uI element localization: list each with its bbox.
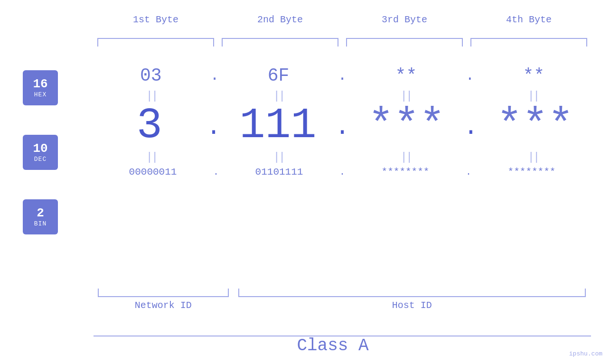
hex-badge-number: 16 [33,77,47,91]
column-headers: 1st Byte 2nd Byte 3rd Byte 4th Byte [94,14,591,25]
bin-val-1: 00000011 [94,167,212,177]
watermark: ipshu.com [569,350,602,357]
top-brackets [94,38,591,47]
bin-badge: 2 BIN [23,199,58,234]
dot-bin-2: . [338,167,346,177]
dot-bin-1: . [212,167,220,177]
host-id-bracket-line [238,289,586,297]
bracket-col3 [346,38,463,47]
equals-1a: || [94,90,209,103]
col-header-2: 2nd Byte [218,14,342,25]
bin-badge-number: 2 [37,206,44,220]
dot-dec-1: . [206,113,222,147]
bin-badge-label: BIN [34,220,47,227]
equals-row-1: || || || || [94,90,591,103]
host-id-bracket: Host ID [233,289,591,311]
equals-2b: || [221,151,337,164]
col-header-3: 3rd Byte [342,14,467,25]
dec-val-1: 3 [94,104,206,147]
network-id-label: Network ID [135,300,192,311]
bracket-col1 [97,38,214,47]
equals-2c: || [348,151,464,164]
equals-1c: || [348,90,464,103]
bin-val-4: ******** [472,167,591,177]
dot-hex-1: . [208,67,221,84]
bracket-col2 [222,38,338,47]
equals-1d: || [475,90,591,103]
rows-area: 03 . 6F . ** . ** || || || || 3 . 111 . … [94,51,591,177]
class-a-label: Class A [94,336,572,355]
dec-badge: 10 DEC [23,135,58,170]
dec-row: 3 . 111 . *** . *** [94,104,591,147]
bin-row: 00000011 . 01101111 . ******** . *******… [94,167,591,177]
equals-2a: || [94,151,209,164]
network-id-bracket-line [98,289,229,297]
bin-val-2: 01101111 [220,167,338,177]
dec-badge-number: 10 [33,142,47,156]
network-id-bracket: Network ID [94,289,233,311]
equals-2d: || [475,151,591,164]
hex-badge: 16 HEX [23,70,58,105]
host-id-label: Host ID [392,300,432,311]
hex-row: 03 . 6F . ** . ** [94,65,591,86]
hex-val-3: ** [349,65,464,86]
bottom-bracket-row: Network ID Host ID [94,289,591,311]
dot-dec-3: . [462,113,479,147]
equals-row-2: || || || || [94,151,591,164]
main-container: 16 HEX 10 DEC 2 BIN 1st Byte 2nd Byte 3r… [0,0,610,364]
dot-hex-3: . [463,67,476,84]
col-header-4: 4th Byte [467,14,591,25]
equals-1b: || [221,90,337,103]
col-header-1: 1st Byte [94,14,218,25]
bin-val-3: ******** [346,167,465,177]
hex-val-1: 03 [94,65,208,86]
dot-bin-3: . [465,167,472,177]
dec-val-4: *** [479,104,591,147]
hex-badge-label: HEX [34,91,47,98]
bracket-col4 [470,38,587,47]
dec-badge-label: DEC [34,156,47,163]
dot-hex-2: . [336,67,348,84]
dot-dec-2: . [334,113,350,147]
hex-val-2: 6F [221,65,336,86]
hex-val-4: ** [476,65,591,86]
dec-val-3: *** [351,104,463,147]
badge-column: 16 HEX 10 DEC 2 BIN [23,70,58,234]
dec-val-2: 111 [222,104,334,147]
